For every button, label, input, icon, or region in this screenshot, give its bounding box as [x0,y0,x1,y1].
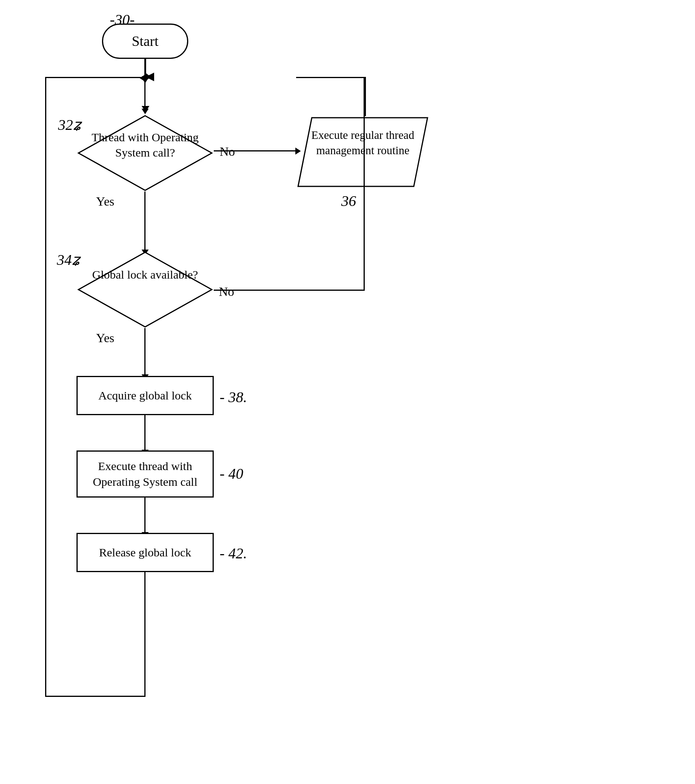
rect-38-text: Acquire global lock [98,389,192,402]
right-no-loop-vertical [364,77,365,291]
arrow-junction-to-diamond32 [144,78,146,109]
right-loop-vertical-down [365,77,366,116]
flowchart-diagram: -30- Start 32ʑ Thread with Operating Sys… [0,0,695,784]
arrow-rect40-to-rect42 [144,498,146,533]
parallelogram-36-label: Execute regular thread management routin… [302,128,424,158]
bottom-horizontal-line [46,696,146,697]
arrow-diamond32-to-diamond34 [144,191,146,250]
yes-label-diamond32: Yes [96,194,115,209]
diamond-32-text: Thread with Operating System call? [91,131,198,159]
no-label-diamond32: No [220,144,235,159]
svg-marker-2 [78,252,212,327]
arrow-diamond32-to-para36 [214,150,296,151]
ref-label-40: - 40 [220,465,243,482]
diamond-34-shape [76,250,214,329]
top-horizontal-connector [46,77,146,78]
arrow-rect42-to-loop-bottom [144,572,146,696]
ref-label-42: - 42. [220,545,247,562]
ref-label-36: 36 [341,192,356,210]
rect-40-text: Execute thread with Operating System cal… [78,458,213,490]
arrow-rect38-to-rect40 [144,415,146,450]
start-node: Start [102,24,188,59]
start-label: Start [132,33,158,49]
diamond-34-text: Global lock available? [92,268,198,281]
para-36-text: Execute regular thread management routin… [311,129,414,157]
no-label-diamond34: No [219,284,234,299]
ref-label-38: - 38. [220,388,247,406]
diamond-34-label: Global lock available? [86,267,204,282]
rect-42-node: Release global lock [76,533,214,572]
rect-42-text: Release global lock [99,546,191,559]
rect-38-node: Acquire global lock [76,376,214,415]
arrow-diamond34-no-right [214,290,365,291]
para-top-horizontal-line [296,77,366,78]
diamond-32-label: Thread with Operating System call? [86,129,204,160]
rect-40-node: Execute thread with Operating System cal… [76,450,214,498]
arrow-diamond34-to-rect38 [144,328,146,375]
outer-loop-left-line [45,77,46,697]
yes-label-diamond34: Yes [96,331,115,345]
